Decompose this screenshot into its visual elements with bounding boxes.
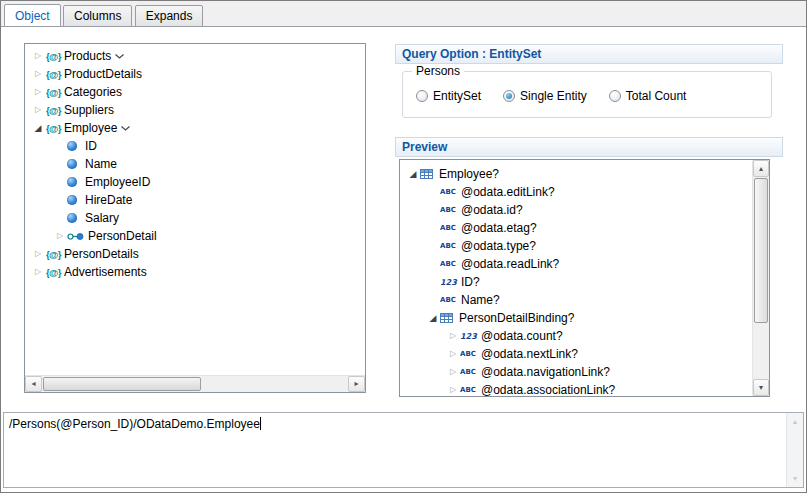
tree-item-label: PersonDetails [64, 247, 139, 261]
expander-expanded-icon[interactable]: ◢ [31, 119, 45, 137]
preview-item[interactable]: ABC @odata.readLink? [400, 255, 752, 273]
expander-collapsed-icon[interactable]: ▷ [31, 65, 45, 83]
scroll-down-button[interactable]: ▾ [753, 379, 769, 396]
string-type-icon: ABC [440, 188, 459, 196]
field-icon [67, 177, 77, 187]
expander-collapsed-icon[interactable]: ▷ [446, 327, 460, 345]
entity-icon: {@} [45, 123, 62, 134]
dropdown-chevron-icon[interactable] [115, 54, 124, 59]
preview-item[interactable]: ▷ 123 @odata.count? [400, 327, 752, 345]
dropdown-chevron-icon[interactable] [121, 126, 130, 131]
vertical-scrollbar[interactable]: ▴ ▾ [752, 160, 769, 396]
tree-item-categories[interactable]: ▷ {@} Categories [25, 83, 365, 101]
path-value: /Persons(@Person_ID)/ODataDemo.Employee [9, 417, 260, 431]
scroll-up-button[interactable]: ▴ [753, 160, 769, 177]
radio-circle[interactable] [416, 90, 428, 102]
path-editor[interactable]: /Persons(@Person_ID)/ODataDemo.Employee … [3, 412, 804, 488]
expander-collapsed-icon[interactable]: ▷ [446, 363, 460, 381]
preview-item[interactable]: ABC @odata.etag? [400, 219, 752, 237]
tree-item-persondetails[interactable]: ▷ {@} PersonDetails [25, 245, 365, 263]
entity-icon: {@} [45, 249, 62, 260]
expander-collapsed-icon[interactable]: ▷ [31, 83, 45, 101]
preview-item[interactable]: ▷ ABC @odata.navigationLink? [400, 363, 752, 381]
preview-item-label: PersonDetailBinding? [459, 311, 574, 325]
expander-collapsed-icon[interactable]: ▷ [53, 227, 67, 245]
tree-item-label: Employee [64, 121, 117, 135]
tree-item-productdetails[interactable]: ▷ {@} ProductDetails [25, 65, 365, 83]
tree-item-name[interactable]: Name [25, 155, 365, 173]
radio-circle[interactable] [503, 90, 515, 102]
expander-expanded-icon[interactable]: ◢ [406, 165, 420, 183]
tree-item-salary[interactable]: Salary [25, 209, 365, 227]
tree-item-advertisements[interactable]: ▷ {@} Advertisements [25, 263, 365, 281]
radio-circle[interactable] [609, 90, 621, 102]
tree-item-label: Products [64, 49, 111, 63]
path-text[interactable]: /Persons(@Person_ID)/ODataDemo.Employee [9, 417, 783, 431]
expander-collapsed-icon[interactable]: ▷ [31, 47, 45, 65]
tree-item-suppliers[interactable]: ▷ {@} Suppliers [25, 101, 365, 119]
preview-panel: ◢ Employee? ABC @odata.editLink? ABC @o [399, 159, 770, 397]
preview-item-label: @odata.id? [461, 203, 523, 217]
preview-item[interactable]: ▷ ABC @odata.associationLink? [400, 381, 752, 396]
query-designer-window: Object Columns Expands ▷ {@} Products ▷ … [0, 0, 807, 493]
groupbox-label: Persons [412, 64, 464, 78]
number-type-icon: 123 [440, 278, 459, 287]
tree-item-label: EmployeeID [85, 175, 150, 189]
string-type-icon: ABC [440, 242, 459, 250]
preview-item[interactable]: ABC @odata.id? [400, 201, 752, 219]
radio-entityset[interactable]: EntitySet [416, 89, 481, 103]
scroll-right-button[interactable]: ▸ [348, 376, 365, 392]
expander-expanded-icon[interactable]: ◢ [426, 309, 440, 327]
vertical-scroll-thumb[interactable] [754, 178, 768, 323]
scroll-left-button[interactable]: ◂ [25, 376, 42, 392]
expander-collapsed-icon[interactable]: ▷ [446, 381, 460, 396]
query-option-header: Query Option : EntitySet [395, 44, 783, 64]
scroll-down-icon: ▾ [759, 384, 763, 392]
entity-icon: {@} [45, 51, 62, 62]
tree-item-employeeid[interactable]: EmployeeID [25, 173, 365, 191]
preview-item[interactable]: ABC Name? [400, 291, 752, 309]
tree-item-employee[interactable]: ◢ {@} Employee [25, 119, 365, 137]
preview-item[interactable]: ▷ ABC @odata.nextLink? [400, 345, 752, 363]
horizontal-scrollbar[interactable]: ◂ ▸ [25, 375, 365, 392]
tree-item-products[interactable]: ▷ {@} Products [25, 47, 365, 65]
preview-item-persondetailbinding[interactable]: ◢ PersonDetailBinding? [400, 309, 752, 327]
preview-item-label: Name? [461, 293, 500, 307]
tree-item-persondetail[interactable]: ▷ PersonDetail [25, 227, 365, 245]
tree-item-label: Salary [85, 211, 119, 225]
entity-tree: ▷ {@} Products ▷ {@} ProductDetails ▷ {@… [25, 44, 365, 375]
preview-item-label: @odata.nextLink? [481, 347, 578, 361]
entity-icon: {@} [45, 69, 62, 80]
string-type-icon: ABC [440, 296, 459, 304]
horizontal-scroll-thumb[interactable] [43, 377, 201, 391]
expander-collapsed-icon[interactable]: ▷ [31, 263, 45, 281]
tab-expands[interactable]: Expands [135, 5, 204, 27]
expander-collapsed-icon[interactable]: ▷ [31, 245, 45, 263]
tree-item-hiredate[interactable]: HireDate [25, 191, 365, 209]
expander-collapsed-icon[interactable]: ▷ [31, 101, 45, 119]
radio-label: Total Count [626, 89, 687, 103]
preview-item[interactable]: ABC @odata.type? [400, 237, 752, 255]
preview-header: Preview [395, 137, 783, 157]
editor-scrollbar[interactable]: ▴ ▾ [786, 413, 803, 487]
query-option-radio-group: EntitySet Single Entity Total Count [416, 89, 686, 103]
tab-columns[interactable]: Columns [63, 5, 132, 27]
field-icon [67, 159, 77, 169]
radio-single-entity[interactable]: Single Entity [503, 89, 587, 103]
tree-item-id[interactable]: ID [25, 137, 365, 155]
preview-item[interactable]: ABC @odata.editLink? [400, 183, 752, 201]
tree-item-label: ProductDetails [64, 67, 142, 81]
editor-scroll-up-button[interactable]: ▴ [787, 413, 803, 430]
tab-object[interactable]: Object [4, 4, 61, 27]
scroll-up-icon: ▴ [793, 418, 797, 426]
string-type-icon: ABC [460, 368, 479, 376]
preview-item-employee[interactable]: ◢ Employee? [400, 165, 752, 183]
radio-total-count[interactable]: Total Count [609, 89, 687, 103]
editor-scroll-down-button[interactable]: ▾ [787, 470, 803, 487]
entity-icon: {@} [45, 87, 62, 98]
table-icon [440, 312, 454, 324]
expander-collapsed-icon[interactable]: ▷ [446, 345, 460, 363]
field-icon [67, 213, 77, 223]
field-icon [67, 195, 77, 205]
preview-item[interactable]: 123 ID? [400, 273, 752, 291]
